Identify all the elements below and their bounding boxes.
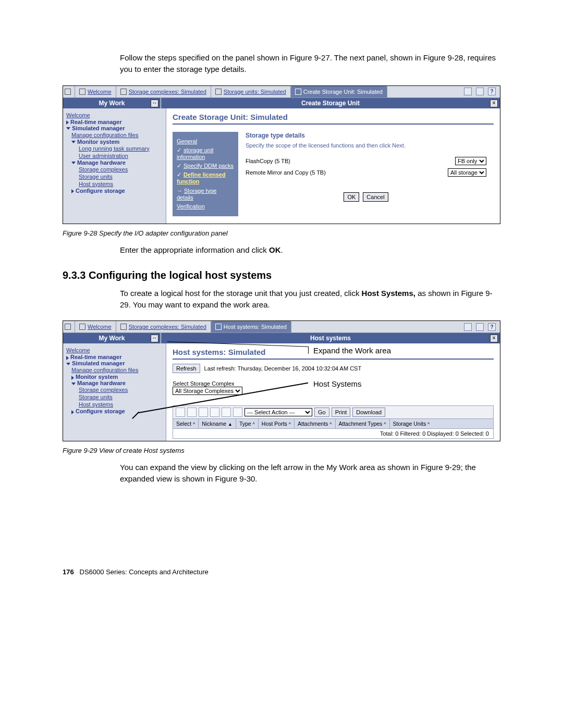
nav-simulated-manager[interactable]: Simulated manager	[72, 360, 125, 366]
tool-icon[interactable]	[464, 323, 472, 331]
step-storage-type[interactable]: Storage type details	[177, 188, 216, 201]
help-icon[interactable]: ?	[488, 323, 496, 331]
nav-manage-config-files[interactable]: Manage configuration files	[71, 132, 138, 138]
nav-manage-hardware[interactable]: Manage hardware	[77, 159, 126, 166]
col-type[interactable]: Type ^	[236, 419, 259, 428]
tool-icon[interactable]	[464, 88, 472, 95]
nav-configure-storage[interactable]: Configure storage	[76, 188, 125, 194]
remote-mirror-select[interactable]: All storage	[448, 168, 486, 177]
annotation-expand-work-area: Expand the Work area	[313, 346, 391, 355]
nav-storage-units[interactable]: Storage units	[79, 174, 113, 180]
expand-icon[interactable]: ↔	[151, 100, 158, 107]
figure-29-caption: Figure 9-29 View of create Host systems	[63, 447, 500, 454]
wizard-nav: General storage unit information Specify…	[173, 132, 238, 217]
panel-header: Create Storage Unit×	[161, 98, 500, 108]
nav-realtime-manager[interactable]: Real-time manager	[70, 354, 121, 360]
go-button[interactable]: Go	[314, 408, 329, 417]
main-panel: Host systems: Simulated Refresh Last ref…	[166, 343, 500, 441]
my-work-header: My Work↔	[63, 333, 161, 343]
nav-monitor-system[interactable]: Monitor system	[77, 139, 119, 145]
my-work-header: My Work↔	[63, 98, 161, 108]
sidebar: Welcome Real-time manager Simulated mana…	[63, 108, 166, 224]
remote-mirror-label: Remote Mirror and Copy (5 TB)	[246, 169, 448, 176]
last-refresh-text: Last refresh: Thursday, December 16, 200…	[204, 365, 362, 372]
tab-welcome[interactable]: Welcome	[75, 321, 116, 332]
toolbar-icon[interactable]	[222, 408, 231, 417]
tab-bar: Welcome Storage complexes: Simulated Sto…	[63, 86, 500, 98]
print-button[interactable]: Print	[332, 408, 351, 417]
nav-long-running-task[interactable]: Long running task summary	[79, 145, 150, 152]
nav-configure-storage[interactable]: Configure storage	[76, 408, 125, 414]
nav-manage-hardware[interactable]: Manage hardware	[77, 380, 126, 386]
nav-storage-complexes[interactable]: Storage complexes	[79, 387, 128, 393]
step-ddm[interactable]: Specify DDM packs	[183, 163, 234, 169]
step-verification[interactable]: Verification	[177, 203, 205, 209]
tool-icon[interactable]	[476, 323, 484, 331]
step-general[interactable]: General	[177, 138, 197, 144]
close-icon[interactable]: ×	[490, 100, 498, 107]
col-attachments[interactable]: Attachments ^	[295, 419, 336, 428]
tab-bar: Welcome Storage complexes: Simulated Hos…	[63, 321, 500, 333]
nav-welcome[interactable]: Welcome	[66, 112, 90, 118]
nav-manage-config-files[interactable]: Manage configuration files	[71, 367, 138, 373]
nav-storage-units[interactable]: Storage units	[79, 394, 113, 400]
tab-storage-units[interactable]: Storage units: Simulated	[211, 86, 291, 97]
tab-create-storage-unit[interactable]: Create Storage Unit: Simulated	[291, 86, 387, 97]
figure-28-caption: Figure 9-28 Specify the I/O adapter conf…	[63, 229, 500, 237]
flashcopy-select[interactable]: FB only	[455, 157, 486, 165]
nav-monitor-system[interactable]: Monitor system	[76, 374, 118, 380]
nav-storage-complexes[interactable]: Storage complexes	[79, 166, 128, 172]
toolbar-icon[interactable]	[199, 408, 208, 417]
section-933-intro: To create a logical host for the storage…	[63, 288, 500, 311]
nav-realtime-manager[interactable]: Real-time manager	[70, 119, 121, 125]
sidebar: Welcome Real-time manager Simulated mana…	[63, 343, 166, 441]
toolbar-icon[interactable]	[233, 408, 242, 417]
cancel-button[interactable]: Cancel	[363, 192, 388, 202]
table-footer: Total: 0 Filtered: 0 Displayed: 0 Select…	[173, 429, 494, 439]
expand-icon[interactable]: ↔	[151, 335, 158, 342]
storage-complex-select[interactable]: All Storage Complexes	[173, 387, 242, 395]
section-desc: Specify the scope of the licensed functi…	[246, 142, 486, 149]
tool-icon[interactable]	[476, 88, 484, 95]
table-toolbar: --- Select Action --- Go Print Download	[173, 405, 494, 419]
nav-host-systems[interactable]: Host systems	[79, 401, 113, 408]
page-title: Create Storage Unit: Simulated	[173, 113, 494, 125]
main-panel: Create Storage Unit: Simulated General s…	[166, 108, 500, 224]
toolbar-icon[interactable]	[176, 408, 185, 417]
col-select[interactable]: Select ^	[173, 419, 199, 428]
tab-storage-complexes[interactable]: Storage complexes: Simulated	[116, 86, 211, 97]
action-select[interactable]: --- Select Action ---	[244, 408, 312, 416]
table-header: Select ^ Nickname ▲ Type ^ Host Ports ^ …	[173, 419, 494, 429]
annotation-host-systems: Host Systems	[313, 379, 362, 388]
figure-9-28: Welcome Storage complexes: Simulated Sto…	[63, 85, 500, 225]
col-attachment-types[interactable]: Attachment Types ^	[336, 419, 390, 428]
col-storage-units[interactable]: Storage Units ^	[390, 419, 433, 428]
nav-welcome[interactable]: Welcome	[66, 347, 90, 353]
nav-simulated-manager[interactable]: Simulated manager	[72, 125, 125, 131]
ok-button[interactable]: OK	[344, 192, 359, 202]
col-host-ports[interactable]: Host Ports ^	[259, 419, 295, 428]
download-button[interactable]: Download	[352, 408, 385, 417]
close-icon[interactable]: ×	[490, 335, 498, 342]
after-fig28-text: Enter the appropriate information and cl…	[63, 244, 500, 256]
app-icon	[63, 321, 75, 332]
page-footer: 176 DS6000 Series: Concepts and Architec…	[63, 568, 500, 576]
toolbar-icon[interactable]	[210, 408, 219, 417]
after-fig29-text: You can expand the view by clicking on t…	[63, 462, 500, 485]
step-storage-info[interactable]: storage unit information	[177, 147, 213, 160]
app-icon	[63, 86, 75, 97]
tab-welcome[interactable]: Welcome	[75, 86, 116, 97]
figure-9-29: Welcome Storage complexes: Simulated Hos…	[63, 320, 500, 441]
col-nickname[interactable]: Nickname ▲	[199, 419, 236, 428]
nav-user-admin[interactable]: User administration	[79, 153, 128, 159]
section-title: Storage type details	[246, 132, 486, 139]
tab-storage-complexes[interactable]: Storage complexes: Simulated	[116, 321, 211, 332]
refresh-button[interactable]: Refresh	[173, 364, 200, 373]
tab-host-systems[interactable]: Host systems: Simulated	[211, 321, 291, 332]
intro-paragraph: Follow the steps specified on the panel …	[63, 52, 500, 75]
help-icon[interactable]: ?	[488, 88, 496, 95]
nav-host-systems[interactable]: Host systems	[79, 181, 113, 187]
section-heading-933: 9.3.3 Configuring the logical host syste…	[63, 269, 500, 281]
toolbar-icon[interactable]	[187, 408, 197, 417]
step-define-function[interactable]: Define licensed function	[177, 171, 226, 184]
